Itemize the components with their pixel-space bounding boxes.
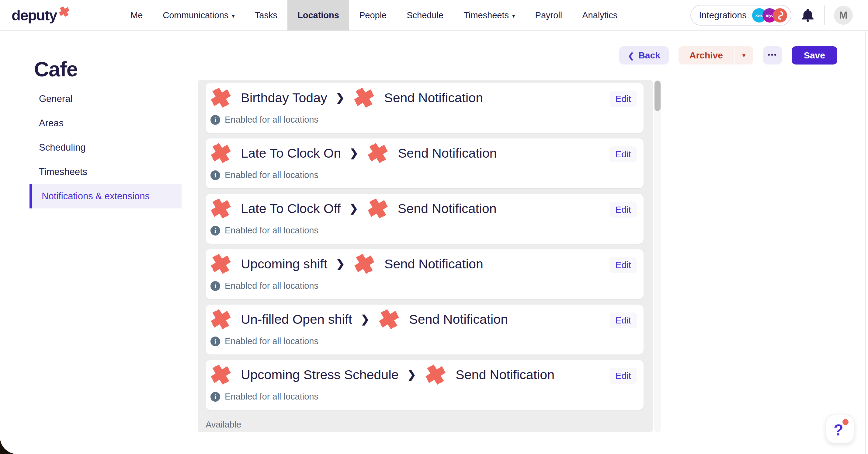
status-text: Enabled for all locations (225, 336, 318, 346)
topbar-divider (824, 5, 825, 25)
nav-item-label: Locations (298, 10, 339, 20)
page-title: Cafe (34, 57, 78, 81)
info-icon: i (211, 115, 220, 125)
more-options-button[interactable]: ••• (763, 46, 782, 64)
user-avatar[interactable]: M (834, 6, 853, 25)
deputy-pinwheel-icon (209, 363, 232, 386)
list-scrollbar-thumb[interactable] (654, 81, 660, 111)
nav-item-locations[interactable]: Locations (287, 0, 349, 30)
sidebar-item-areas[interactable]: Areas (30, 111, 182, 135)
deputy-pinwheel-icon (377, 308, 401, 331)
notification-rule-row: Late To Clock On ❯ Send Notification Edi… (206, 139, 644, 168)
sidebar-item-scheduling[interactable]: Scheduling (30, 135, 182, 160)
deputy-pinwheel-icon (353, 252, 376, 275)
edit-button[interactable]: Edit (610, 312, 637, 328)
action-label: Send Notification (398, 146, 497, 161)
notification-status-row: i Enabled for all locations (206, 170, 644, 180)
sidebar-item-label: Areas (39, 118, 64, 129)
edit-button[interactable]: Edit (610, 202, 637, 218)
deputy-pinwheel-icon (209, 197, 232, 220)
deputy-pinwheel-icon (209, 252, 232, 275)
notification-card-late-to-clock-off: Late To Clock Off ❯ Send Notification Ed… (206, 194, 644, 244)
integrations-button[interactable]: Integrations xeromyo (690, 5, 792, 26)
back-button[interactable]: ❮ Back (619, 46, 669, 64)
nav-item-analytics[interactable]: Analytics (572, 0, 627, 30)
sidebar-item-label: Scheduling (39, 142, 86, 153)
nav-item-me[interactable]: Me (120, 0, 153, 30)
nav-item-label: Timesheets (464, 10, 509, 20)
lightspeed-logo-icon (773, 8, 787, 23)
question-mark-icon: ? (834, 421, 843, 439)
sidebar-item-general[interactable]: General (30, 87, 182, 111)
deputy-pinwheel-icon (209, 308, 232, 331)
settings-sidebar: General Areas Scheduling Timesheets Noti… (30, 87, 182, 208)
chevron-right-icon: ❯ (349, 147, 358, 159)
info-icon: i (211, 281, 220, 291)
edit-button[interactable]: Edit (610, 146, 637, 162)
back-label: Back (639, 50, 660, 61)
chevron-right-icon: ❯ (336, 92, 345, 104)
chevron-right-icon: ❯ (349, 202, 358, 214)
notification-rule-row: Upcoming shift ❯ Send Notification Edit (206, 249, 644, 278)
deputy-wordmark: deputy (11, 0, 57, 30)
sidebar-item-label: General (39, 93, 72, 104)
sidebar-item-timesheets[interactable]: Timesheets (30, 160, 182, 184)
notifications-panel: Birthday Today ❯ Send Notification Edit … (198, 80, 653, 432)
sidebar-item-notifications-extensions[interactable]: Notifications & extensions (30, 184, 182, 208)
chevron-down-icon: ▾ (512, 12, 515, 20)
action-label: Send Notification (384, 256, 483, 271)
lightspeed-glyph (776, 11, 785, 20)
archive-dropdown-button[interactable]: ▾ (735, 46, 753, 64)
sidebar-item-label: Notifications & extensions (42, 191, 150, 202)
info-icon: i (211, 337, 220, 346)
chevron-right-icon: ❯ (336, 258, 345, 270)
status-text: Enabled for all locations (225, 225, 318, 236)
nav-item-payroll[interactable]: Payroll (525, 0, 572, 30)
notification-card-upcoming-shift: Upcoming shift ❯ Send Notification Edit … (206, 249, 644, 299)
info-icon: i (211, 392, 220, 402)
archive-button[interactable]: Archive (679, 46, 734, 64)
available-section-label: Available (206, 420, 653, 430)
nav-item-label: Schedule (407, 10, 443, 20)
topbar-right-cluster: Integrations xeromyo M (690, 0, 853, 30)
save-button[interactable]: Save (792, 46, 837, 64)
help-button[interactable]: ? (826, 415, 854, 443)
nav-item-people[interactable]: People (349, 0, 397, 30)
notification-status-row: i Enabled for all locations (206, 281, 644, 291)
chevron-right-icon: ❯ (407, 368, 416, 381)
status-text: Enabled for all locations (225, 392, 318, 402)
notification-card-birthday-today: Birthday Today ❯ Send Notification Edit … (206, 83, 644, 133)
chevron-left-icon: ❮ (628, 52, 634, 60)
edit-button[interactable]: Edit (610, 368, 637, 384)
chevron-down-icon: ▾ (742, 52, 746, 59)
sidebar-item-label: Timesheets (39, 167, 87, 177)
info-icon: i (211, 226, 220, 236)
edit-button[interactable]: Edit (610, 91, 637, 107)
status-text: Enabled for all locations (225, 170, 318, 180)
nav-item-communications[interactable]: Communications ▾ (153, 0, 245, 30)
notifications-bell-icon[interactable] (801, 7, 815, 23)
deputy-pinwheel-icon (366, 142, 389, 164)
action-label: Send Notification (384, 90, 483, 105)
deputy-pinwheel-icon (352, 86, 376, 109)
deputy-pinwheel-icon (209, 142, 232, 164)
info-icon: i (211, 171, 220, 180)
nav-item-tasks[interactable]: Tasks (245, 0, 287, 30)
notification-cards: Birthday Today ❯ Send Notification Edit … (198, 83, 653, 410)
integrations-label: Integrations (699, 10, 747, 20)
deputy-pinwheel-icon (209, 86, 232, 109)
edit-button[interactable]: Edit (610, 257, 637, 273)
notification-status-row: i Enabled for all locations (206, 392, 644, 402)
notification-rule-row: Upcoming Stress Schedule ❯ Send Notifica… (206, 360, 644, 389)
top-navigation-bar: deputy Me Communications ▾ Tasks Locatio… (0, 0, 868, 31)
chevron-down-icon: ▾ (232, 12, 235, 20)
trigger-label: Upcoming Stress Schedule (241, 367, 399, 382)
deputy-logo[interactable]: deputy (11, 0, 70, 30)
trigger-label: Upcoming shift (241, 256, 327, 271)
nav-item-timesheets[interactable]: Timesheets ▾ (454, 0, 525, 30)
integration-logos: xeromyo (752, 8, 787, 23)
nav-item-schedule[interactable]: Schedule (397, 0, 454, 30)
list-scrollbar-track[interactable] (654, 80, 661, 432)
nav-item-label: Analytics (582, 10, 617, 20)
notification-rule-row: Late To Clock Off ❯ Send Notification Ed… (206, 194, 644, 223)
